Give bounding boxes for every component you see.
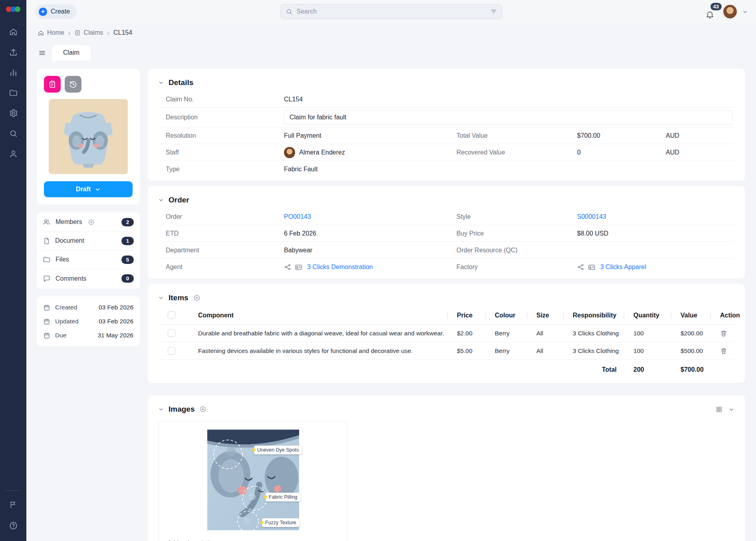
column-quantity: Quantity (624, 312, 671, 319)
history-button[interactable] (65, 76, 81, 93)
select-all-checkbox[interactable] (168, 311, 175, 319)
chevron-down-icon (95, 186, 101, 192)
tab-claim-label: Claim (63, 49, 79, 56)
sidebar-item-members[interactable]: Members 2 (43, 213, 134, 232)
notifications-button[interactable]: 43 (705, 4, 718, 19)
sidebar-item-roadmap[interactable] (5, 496, 22, 513)
account-menu-button[interactable] (742, 9, 748, 15)
defect-image[interactable]: Uneven Dye Spots Fabric Pilling Fuzzy Te… (207, 430, 299, 530)
image-tile[interactable]: Uneven Dye Spots Fabric Pilling Fuzzy Te… (158, 421, 347, 541)
buy-price-value: $8.00 USD (577, 230, 734, 237)
add-member-button[interactable] (88, 219, 95, 226)
breadcrumb-claims[interactable]: Claims (74, 29, 103, 36)
recovered-value: 0 (577, 149, 666, 156)
clipboard-icon (48, 80, 57, 89)
total-value: $700.00 (671, 366, 710, 373)
item-size: All (527, 330, 563, 337)
collapse-details-button[interactable] (158, 80, 164, 85)
members-count-badge: 2 (121, 218, 134, 226)
search-input[interactable] (297, 8, 486, 15)
images-view-controls (716, 406, 734, 413)
agent-label: Agent (166, 264, 284, 271)
id-card-icon[interactable] (295, 264, 302, 271)
breadcrumb-home-label: Home (47, 29, 64, 36)
product-image[interactable] (49, 99, 128, 174)
files-label: Files (56, 256, 69, 263)
sidebar-item-document[interactable]: Document 1 (43, 232, 134, 250)
images-section: Images (148, 395, 745, 541)
order-number-link[interactable]: PO00143 (284, 213, 311, 220)
row-checkbox[interactable] (168, 347, 175, 355)
order-section: Order Order PO00143 Style S0000143 ETD 6… (148, 186, 745, 279)
tab-list-menu-button[interactable] (34, 45, 50, 61)
claim-type-button[interactable] (44, 76, 61, 93)
plus-circle-icon (193, 294, 200, 301)
sidebar-item-upload[interactable] (5, 44, 22, 60)
annotation-uneven-dye-spots[interactable]: Uneven Dye Spots (254, 446, 302, 454)
agent-link[interactable]: 3 Clicks Demonstration (307, 264, 373, 271)
document-count-badge: 1 (121, 237, 134, 245)
delete-item-button[interactable] (720, 347, 734, 355)
share-icon[interactable] (577, 264, 584, 271)
description-value: Claim for fabric fault (290, 114, 346, 121)
sidebar-item-projects[interactable] (5, 84, 22, 101)
calendar-icon (43, 304, 50, 311)
plus-circle-icon (88, 219, 95, 226)
image-description-placeholder[interactable]: Add a description... (167, 539, 222, 541)
item-value: $200.00 (671, 330, 710, 337)
images-collapse-button[interactable] (728, 406, 734, 412)
items-title: Items (169, 293, 189, 302)
app-logo (6, 6, 20, 12)
annotation-fuzzy-texture[interactable]: Fuzzy Texture (262, 518, 300, 527)
id-card-icon[interactable] (588, 264, 595, 271)
collapse-order-button[interactable] (158, 197, 164, 203)
item-colour: Berry (485, 330, 527, 337)
delete-item-button[interactable] (720, 330, 734, 337)
style-number-link[interactable]: S0000143 (577, 213, 606, 220)
create-button[interactable]: + Create (35, 4, 77, 19)
share-icon[interactable] (284, 264, 291, 271)
department-row: Department Babywear Order Resource (QC) (158, 242, 734, 259)
due-value: 31 May 2026 (97, 332, 133, 339)
members-label: Members (56, 218, 82, 226)
comments-count-badge: 0 (121, 274, 134, 283)
sidebar-item-help[interactable] (5, 517, 22, 534)
style-label: Style (456, 213, 577, 220)
factory-icons (577, 264, 595, 271)
sidebar-item-files[interactable]: Files 5 (43, 250, 134, 269)
topbar-right: 43 (705, 4, 748, 19)
home-icon (38, 30, 44, 36)
description-field[interactable]: Claim for fabric fault (284, 110, 733, 125)
row-checkbox[interactable] (168, 329, 175, 337)
home-icon (9, 27, 18, 36)
factory-link[interactable]: 3 Clicks Apparel (600, 264, 646, 271)
column-component: Component (189, 312, 447, 319)
resolution-value: Full Payment (284, 132, 456, 139)
staff-label: Staff (166, 149, 284, 156)
created-label: Created (55, 304, 77, 311)
breadcrumb-home[interactable]: Home (38, 29, 64, 36)
add-image-button[interactable] (199, 406, 206, 413)
sidebar-item-analytics[interactable] (5, 64, 22, 81)
department-label: Department (166, 247, 284, 254)
collapse-items-button[interactable] (158, 295, 164, 301)
page-content: Draft Members 2 (26, 61, 756, 541)
grid-view-button[interactable] (716, 406, 722, 413)
sidebar-item-search[interactable] (5, 125, 22, 142)
add-item-button[interactable] (193, 294, 200, 301)
claim-no-label: Claim No. (166, 96, 284, 103)
chevron-down-icon (742, 9, 748, 15)
images-header: Images (158, 401, 734, 418)
filter-icon[interactable] (490, 8, 497, 15)
status-dropdown[interactable]: Draft (44, 181, 133, 197)
sidebar-item-profile[interactable] (5, 145, 22, 162)
sidebar-item-settings[interactable] (5, 105, 22, 121)
collapse-images-button[interactable] (158, 406, 164, 412)
tab-claim[interactable]: Claim (52, 45, 91, 61)
bell-icon (705, 10, 714, 19)
sidebar-item-comments[interactable]: Comments 0 (43, 269, 134, 288)
annotation-fabric-pilling[interactable]: Fabric Pilling (266, 493, 301, 501)
sidebar-item-home[interactable] (5, 23, 22, 40)
details-title: Details (169, 78, 193, 87)
user-avatar[interactable] (722, 4, 738, 19)
